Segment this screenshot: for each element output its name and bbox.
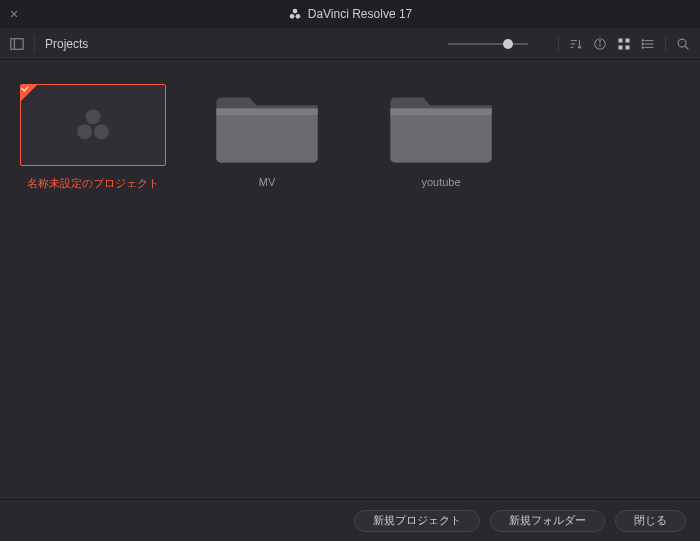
project-label: 名称未設定のプロジェクト xyxy=(27,176,159,191)
svg-point-23 xyxy=(86,109,101,124)
info-icon[interactable] xyxy=(593,37,607,51)
svg-point-0 xyxy=(292,9,297,14)
folder-item[interactable]: youtube xyxy=(368,84,514,188)
toolbar: Projects xyxy=(0,28,700,60)
svg-rect-14 xyxy=(626,45,630,49)
svg-rect-11 xyxy=(619,38,623,42)
svg-rect-3 xyxy=(11,38,23,49)
titlebar: × DaVinci Resolve 17 xyxy=(0,0,700,28)
folder-thumbnail xyxy=(194,84,340,166)
svg-line-22 xyxy=(685,46,688,49)
svg-point-18 xyxy=(642,39,643,40)
folder-icon xyxy=(212,86,322,164)
divider xyxy=(558,36,559,52)
svg-point-20 xyxy=(642,46,643,47)
folder-label: youtube xyxy=(421,176,460,188)
project-thumbnail xyxy=(20,84,166,166)
list-view-icon[interactable] xyxy=(641,37,655,51)
sidebar-toggle-icon[interactable] xyxy=(10,37,24,51)
project-item[interactable]: 名称未設定のプロジェクト xyxy=(20,84,166,191)
svg-point-1 xyxy=(289,14,294,19)
svg-rect-26 xyxy=(216,109,317,116)
app-title-text: DaVinci Resolve 17 xyxy=(308,7,413,21)
folder-icon xyxy=(386,86,496,164)
project-grid: 名称未設定のプロジェクト MV youtube xyxy=(0,60,700,215)
svg-point-10 xyxy=(599,40,600,41)
new-folder-button[interactable]: 新規フォルダー xyxy=(490,510,605,532)
svg-rect-12 xyxy=(626,38,630,42)
footer: 新規プロジェクト 新規フォルダー 閉じる xyxy=(0,499,700,541)
svg-point-2 xyxy=(295,14,300,19)
folder-label: MV xyxy=(259,176,276,188)
checkmark-badge-icon xyxy=(21,85,37,101)
svg-point-24 xyxy=(77,124,92,139)
svg-rect-13 xyxy=(619,45,623,49)
thumbnail-size-slider[interactable] xyxy=(448,43,548,45)
grid-view-icon[interactable] xyxy=(617,37,631,51)
davinci-logo-icon xyxy=(288,7,302,21)
folder-item[interactable]: MV xyxy=(194,84,340,188)
divider xyxy=(665,36,666,52)
search-icon[interactable] xyxy=(676,37,690,51)
svg-point-21 xyxy=(678,39,686,47)
svg-rect-27 xyxy=(390,109,491,116)
svg-point-25 xyxy=(94,124,109,139)
folder-thumbnail xyxy=(368,84,514,166)
breadcrumb: Projects xyxy=(45,37,88,51)
new-project-button[interactable]: 新規プロジェクト xyxy=(354,510,480,532)
sort-icon[interactable] xyxy=(569,37,583,51)
close-icon[interactable]: × xyxy=(10,7,18,21)
divider xyxy=(34,36,35,52)
svg-point-19 xyxy=(642,43,643,44)
close-button[interactable]: 閉じる xyxy=(615,510,686,532)
davinci-logo-icon xyxy=(73,105,113,145)
app-title: DaVinci Resolve 17 xyxy=(288,7,413,21)
